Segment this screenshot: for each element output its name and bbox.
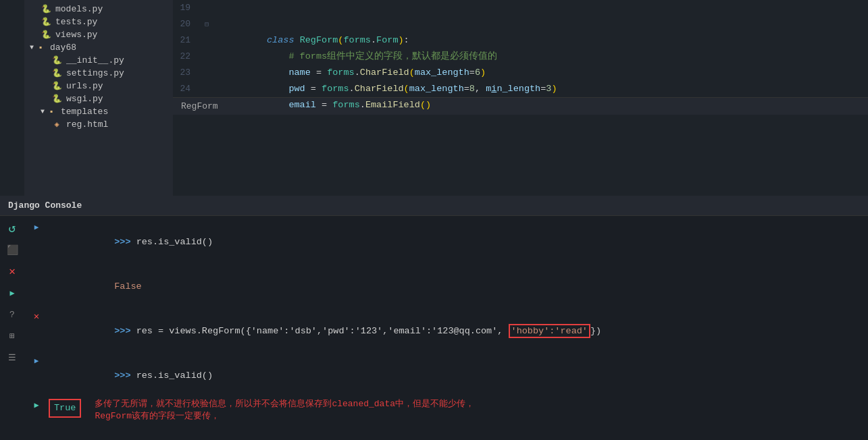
folder-icon: ▪ bbox=[46, 107, 57, 117]
folder-arrow-icon: ▼ bbox=[30, 44, 34, 51]
sidebar-item-label: reg.html bbox=[66, 119, 108, 130]
sidebar-item-label: templates bbox=[61, 107, 108, 117]
activity-bar bbox=[0, 0, 24, 196]
console-icon-x[interactable]: ✕ bbox=[3, 262, 22, 281]
folder-arrow-icon: ▼ bbox=[41, 108, 45, 115]
py-file-icon: 🐍 bbox=[41, 30, 51, 40]
sidebar-item-day68[interactable]: ▼ ▪ day68 bbox=[24, 41, 173, 54]
console-content: ▶ >>> res.is_valid() False ✕ bbox=[24, 216, 868, 440]
line-number: 19 bbox=[173, 0, 201, 16]
py-file-icon: 🐍 bbox=[51, 94, 62, 104]
console-gutter: ▶ bbox=[24, 398, 49, 413]
fold-arrow: ⊟ bbox=[201, 17, 212, 33]
sidebar-item-label: views.py bbox=[55, 30, 97, 40]
line-number: 24 bbox=[173, 81, 201, 97]
sidebar-item-label: wsgi.py bbox=[66, 94, 103, 104]
editor-line-21: 21 # forms组件中定义的字段，默认都是必须传值的 bbox=[173, 32, 868, 49]
console-left-icons: ↺ ⬛ ✕ ▶ ? ⊞ ☰ bbox=[0, 216, 24, 440]
folder-icon: ▪ bbox=[35, 43, 46, 53]
line-number: 22 bbox=[173, 49, 201, 65]
editor-line-22: 22 name = forms.CharField(max_length=6) bbox=[173, 49, 868, 65]
console-line-1: ▶ >>> res.is_valid() bbox=[24, 220, 868, 265]
sidebar-item-label: urls.py bbox=[66, 81, 103, 91]
sidebar-item-label: __init__.py bbox=[66, 55, 124, 65]
code-editor: 19 20 ⊟ class RegForm(forms.Form): 21 # … bbox=[173, 0, 868, 196]
console-area: Django Console ↺ ⬛ ✕ ▶ ? ⊞ ☰ ▶ >>> res.i… bbox=[0, 196, 868, 440]
sidebar-item-templates[interactable]: ▼ ▪ templates bbox=[24, 105, 173, 118]
py-file-icon: 🐍 bbox=[51, 68, 62, 78]
console-icon-run[interactable]: ▶ bbox=[3, 283, 22, 302]
run-icon: ▶ bbox=[34, 398, 39, 413]
console-text: True 多传了无所谓，就不进行校验信息，所以并不会将信息保存到cleaned_… bbox=[49, 398, 863, 422]
console-line-2: False bbox=[24, 265, 868, 309]
console-icon-list[interactable]: ☰ bbox=[3, 348, 22, 367]
x-icon: ✕ bbox=[34, 309, 39, 324]
console-icon-grid[interactable]: ⊞ bbox=[3, 327, 22, 346]
console-icon-stop[interactable]: ⬛ bbox=[3, 240, 22, 259]
console-gutter: ▶ bbox=[24, 354, 49, 368]
editor-line-20: 20 ⊟ class RegForm(forms.Form): bbox=[173, 16, 868, 32]
console-content-wrapper: ▶ >>> res.is_valid() False ✕ bbox=[24, 216, 868, 440]
sidebar-item-label: day68 bbox=[50, 43, 76, 53]
html-file-icon: ◈ bbox=[51, 119, 62, 130]
sidebar-item-views-py[interactable]: 🐍 views.py bbox=[24, 28, 173, 41]
line-number: 23 bbox=[173, 65, 201, 81]
py-file-icon: 🐍 bbox=[41, 17, 51, 27]
console-gutter: ▶ bbox=[24, 220, 49, 235]
sidebar-item-urls-py[interactable]: 🐍 urls.py bbox=[24, 80, 173, 92]
console-text: >>> res.is_valid() bbox=[49, 220, 863, 265]
console-text: >>> res = views.RegForm({'name':'dsb','p… bbox=[49, 309, 863, 354]
sidebar-item-models-py[interactable]: 🐍 models.py bbox=[24, 3, 173, 16]
py-file-icon: 🐍 bbox=[41, 4, 51, 14]
console-tab-label: Django Console bbox=[8, 200, 82, 211]
sidebar-item-wsgi-py[interactable]: 🐍 wsgi.py bbox=[24, 92, 173, 105]
console-line-4: ▶ >>> res.is_valid() bbox=[24, 354, 868, 398]
console-icon-refresh[interactable]: ↺ bbox=[3, 219, 22, 238]
console-text: >>> res.is_valid() bbox=[49, 354, 863, 398]
file-explorer: 🐍 models.py 🐍 tests.py 🐍 views.py ▼ ▪ da… bbox=[24, 0, 173, 196]
console-tab[interactable]: Django Console bbox=[0, 196, 868, 216]
arrow-icon: ▶ bbox=[34, 220, 39, 235]
sidebar-item-label: settings.py bbox=[66, 68, 124, 78]
line-content: email = forms.EmailField() bbox=[212, 81, 868, 130]
sidebar-item-label: tests.py bbox=[55, 17, 97, 27]
editor-content: 19 20 ⊟ class RegForm(forms.Form): 21 # … bbox=[173, 0, 868, 97]
sidebar-item-label: models.py bbox=[55, 4, 103, 14]
editor-line-24: 24 email = forms.EmailField() bbox=[173, 81, 868, 97]
line-number: 20 bbox=[173, 16, 201, 32]
sidebar-item-settings-py[interactable]: 🐍 settings.py bbox=[24, 67, 173, 80]
console-body: ↺ ⬛ ✕ ▶ ? ⊞ ☰ ▶ >>> res.is_valid() bbox=[0, 216, 868, 440]
sidebar-item-tests-py[interactable]: 🐍 tests.py bbox=[24, 16, 173, 28]
py-file-icon: 🐍 bbox=[51, 81, 62, 91]
console-text: False bbox=[49, 265, 863, 309]
sidebar-item-reg-html[interactable]: ◈ reg.html bbox=[24, 118, 173, 131]
console-line-6: >>> res.errors bbox=[24, 431, 868, 440]
console-icon-question[interactable]: ? bbox=[3, 305, 22, 324]
console-line-3: ✕ >>> res = views.RegForm({'name':'dsb',… bbox=[24, 309, 868, 354]
console-line-5: ▶ True 多传了无所谓，就不进行校验信息，所以并不会将信息保存到cleane… bbox=[24, 398, 868, 431]
console-gutter: ✕ bbox=[24, 309, 49, 324]
editor-line-19: 19 bbox=[173, 0, 868, 16]
console-text: >>> res.errors bbox=[49, 431, 863, 440]
py-file-icon: 🐍 bbox=[51, 55, 62, 65]
arrow-icon: ▶ bbox=[34, 354, 39, 368]
line-number: 21 bbox=[173, 32, 201, 49]
editor-line-23: 23 pwd = forms.CharField(max_length=8, m… bbox=[173, 65, 868, 81]
sidebar-item-init-py[interactable]: 🐍 __init__.py bbox=[24, 54, 173, 67]
